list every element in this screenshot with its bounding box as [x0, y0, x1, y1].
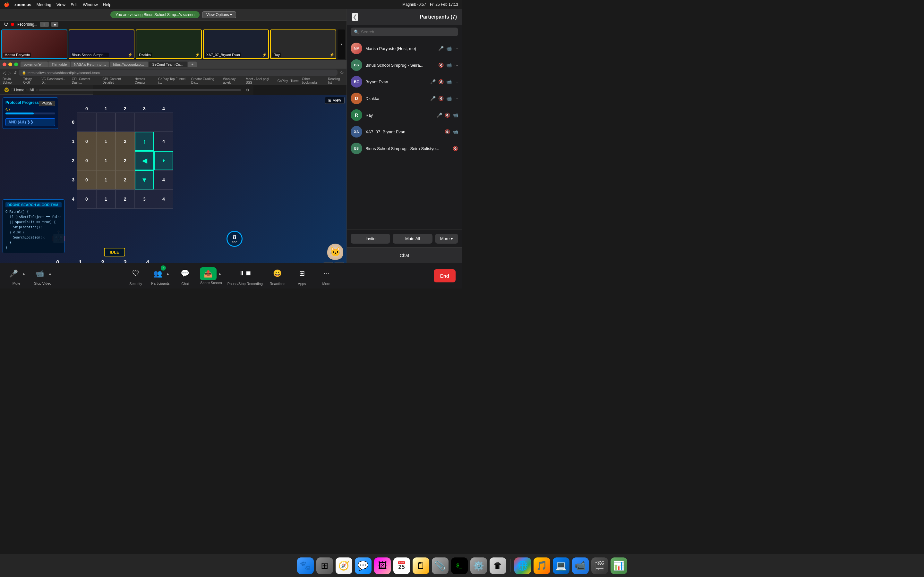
panel-collapse-button[interactable]: ❮	[352, 13, 358, 21]
participants-caret[interactable]: ▲	[165, 271, 170, 276]
tab-pokemon[interactable]: pokemon'e'...	[21, 61, 48, 67]
invite-button[interactable]: Invite	[351, 234, 390, 243]
recording-tool[interactable]: ⏸⏹ Pause/Stop Recording	[228, 266, 263, 285]
share-screen-button[interactable]: 📤	[200, 268, 216, 280]
nav-settings-icon[interactable]: ⚙	[246, 88, 250, 92]
bookmark-icon[interactable]: ☆	[339, 69, 344, 76]
refresh-button[interactable]: ↺	[13, 71, 17, 75]
bm-travel[interactable]: Travel	[291, 79, 299, 83]
code-line-7: }	[9, 240, 61, 245]
tab-nasa[interactable]: NASA's Return to the Moon | H...	[71, 61, 109, 67]
participant-list: MP Marisa Paryasto (Host, me) 🎤 📹 ··· BS…	[347, 39, 462, 229]
back-button[interactable]: ◁	[3, 70, 6, 75]
minimize-window-button[interactable]	[8, 63, 12, 66]
thumbnails-next-button[interactable]: ›	[338, 29, 345, 59]
menu-edit[interactable]: Edit	[71, 2, 78, 7]
bm-devin[interactable]: Devin School	[3, 77, 21, 84]
view-label: View	[333, 98, 341, 103]
zoom-in-button[interactable]: ⛶	[323, 262, 333, 263]
menu-meeting[interactable]: Meeting	[37, 2, 51, 7]
nav-all[interactable]: All	[29, 88, 34, 92]
participant-icons-binus-seira: 🔇 📹 ···	[438, 63, 458, 68]
bm-gpl-content[interactable]: GPL Content Dash...	[72, 77, 100, 84]
protocol-pause-button[interactable]: PAUSE	[39, 101, 55, 106]
tab-second-team[interactable]: SeCond Team Coding Game...	[149, 61, 187, 67]
participant-item-binus-seira2[interactable]: BS Binus School Simprug - Seira Sulistyo…	[347, 140, 462, 157]
reactions-button[interactable]: 😀	[270, 266, 284, 280]
view-options-button[interactable]: View Options ▾	[202, 11, 236, 18]
app-name[interactable]: zoom.us	[15, 2, 31, 7]
end-meeting-button[interactable]: End	[434, 269, 456, 282]
apps-tool[interactable]: ⊞ Apps	[292, 266, 312, 285]
row-label-3: 3	[61, 177, 77, 182]
recording-pause-button[interactable]: ⏸	[40, 22, 49, 27]
chat-section[interactable]: Chat	[347, 247, 462, 263]
more-tool[interactable]: ··· More	[317, 266, 336, 285]
mute-button[interactable]: 🎤	[6, 267, 21, 281]
security-tool[interactable]: 🛡 Security	[126, 266, 145, 285]
grid-icon: ⊞	[328, 98, 331, 103]
forward-button[interactable]: ▷	[8, 70, 11, 75]
thumb-ray[interactable]: Ray ⚡	[270, 29, 336, 59]
recording-stop-button[interactable]: ■	[51, 22, 59, 27]
bm-goplay2[interactable]: GoPlay	[278, 79, 288, 83]
participants-search-input[interactable]	[361, 29, 455, 34]
avatar-binus-seira: BS	[351, 59, 362, 71]
more-options-button[interactable]: More ▾	[435, 234, 458, 243]
col-4: 4	[154, 106, 173, 111]
bm-vg-dash[interactable]: VG Dashboard - D...	[41, 77, 69, 84]
thumb-marisa[interactable]: Marisa Paryasto	[1, 29, 67, 59]
bm-creator[interactable]: Creator Grading Da...	[191, 77, 220, 84]
menu-help[interactable]: Help	[103, 2, 111, 7]
participant-item-binus-seira[interactable]: BS Binus School Simprug - Seira... 🔇 📹 ·…	[347, 57, 462, 73]
bm-reading[interactable]: Reading list	[328, 77, 344, 84]
participant-item-bryant[interactable]: BE Bryant Evan 🎤 🔇 📹 ···	[347, 73, 462, 90]
bm-other[interactable]: Other bookmarks	[302, 77, 325, 84]
grid-row-4: 4 0 1 2 3 4	[61, 189, 173, 209]
recording-button[interactable]: ⏸⏹	[238, 266, 252, 280]
bm-apel[interactable]: Meet - Apel pagi SSS	[246, 77, 275, 84]
participant-item-marisa[interactable]: MP Marisa Paryasto (Host, me) 🎤 📹 ···	[347, 40, 462, 57]
game-search-bar[interactable]	[39, 89, 241, 91]
thumb-binus[interactable]: Binus School Simpru... ⚡	[69, 29, 135, 59]
video-caret[interactable]: ▲	[47, 271, 53, 276]
address-bar[interactable]: 🔒 terminaltwo.com/dashboard/play/second-…	[19, 69, 338, 76]
share-caret[interactable]: ▲	[217, 271, 222, 276]
apps-button[interactable]: ⊞	[295, 266, 309, 280]
tab-thinkable[interactable]: Thinkable	[48, 61, 70, 67]
participant-item-xa7[interactable]: XA XA7_07_Bryant Evan 🔇 📹	[347, 123, 462, 140]
maximize-window-button[interactable]	[14, 63, 18, 66]
chat-tool[interactable]: 💬 Chat	[176, 266, 195, 285]
more-button[interactable]: ···	[319, 266, 333, 280]
apple-icon[interactable]: 🍎	[4, 2, 9, 7]
thumb-binus-lightning: ⚡	[128, 53, 132, 57]
mute-icon-dzakka: 🔇	[438, 96, 444, 101]
chat-button[interactable]: 💬	[178, 266, 192, 280]
menu-window[interactable]: Window	[83, 2, 97, 7]
bm-gpl-detail[interactable]: GPL Content Detailed	[102, 77, 132, 84]
participant-item-dzakka[interactable]: D Dzakka 🎤 🔇 📹 ···	[347, 90, 462, 107]
reactions-tool[interactable]: 😀 Reactions	[268, 266, 287, 285]
view-button[interactable]: ⊞ View	[325, 97, 344, 104]
bm-gopay[interactable]: GoPlay Top Funnel (...	[158, 77, 189, 84]
close-window-button[interactable]	[3, 63, 6, 66]
tab-add[interactable]: +	[188, 61, 196, 67]
bm-heroes[interactable]: Heroes Creator	[135, 77, 156, 84]
bm-workday[interactable]: Workday gojek	[223, 77, 243, 84]
zoom-out-button[interactable]: ⛶	[334, 262, 344, 263]
mute-caret[interactable]: ▲	[21, 271, 26, 276]
security-button[interactable]: 🛡	[129, 266, 143, 280]
cell-2-2: 2	[115, 151, 135, 170]
bm-trinity[interactable]: Trinity OKR	[23, 77, 39, 84]
thumb-bryant[interactable]: XA7_07_Bryant Evan ⚡	[203, 29, 269, 59]
share-screen-label: Share Screen	[200, 281, 222, 285]
tab-account[interactable]: https://account.codeavengers...	[110, 61, 148, 67]
menu-view[interactable]: View	[57, 2, 65, 7]
stop-video-button[interactable]: 📹	[33, 267, 47, 281]
nav-home[interactable]: Home	[14, 88, 24, 92]
participant-item-ray[interactable]: R Ray 🎤 🔇 📹	[347, 107, 462, 123]
participants-button[interactable]: 👥 7	[150, 267, 165, 281]
game-nav-bar: ⚙ Home All ⚙	[0, 85, 254, 95]
mute-all-button[interactable]: Mute All	[393, 234, 432, 243]
thumb-dzakka[interactable]: Dzakka ⚡	[136, 29, 202, 59]
